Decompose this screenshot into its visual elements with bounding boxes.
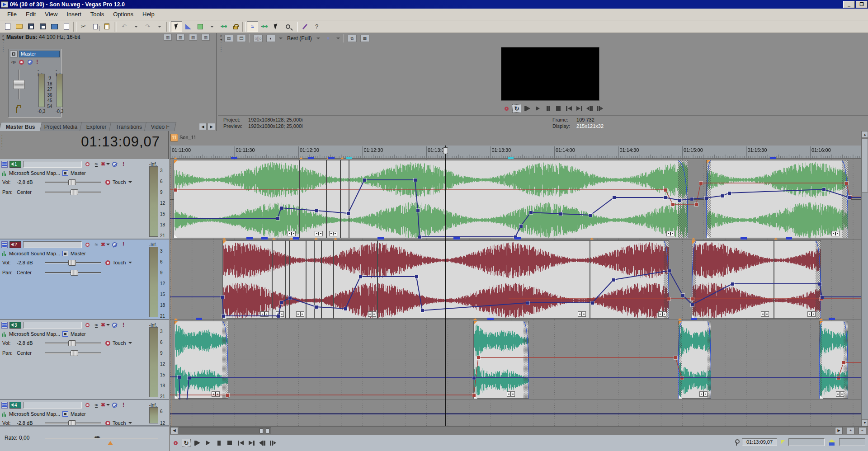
split-screen-view-icon[interactable]: ◐ xyxy=(266,35,275,42)
video-output-fx-icon[interactable]: o[]o xyxy=(254,35,263,42)
save-project-button[interactable] xyxy=(25,21,37,32)
menu-help[interactable]: Help xyxy=(138,9,159,19)
transport-previous-frame[interactable] xyxy=(585,104,594,113)
pan-slider-thumb[interactable] xyxy=(71,270,78,276)
pan-value[interactable]: Center xyxy=(17,270,45,275)
auto-ripple-button[interactable]: ≈ xyxy=(247,21,258,32)
track-fx-button[interactable]: ✖ xyxy=(102,161,109,167)
scroll-left-button[interactable]: ◀ xyxy=(170,427,178,434)
bus-assignment[interactable]: Master xyxy=(71,170,86,176)
save-snapshot-icon[interactable]: ▦ xyxy=(360,35,369,42)
pan-slider[interactable] xyxy=(45,272,101,273)
transport-next-frame[interactable] xyxy=(595,104,604,113)
automation-dropdown-icon[interactable] xyxy=(128,422,132,424)
scroll-down-button[interactable]: ▼ xyxy=(862,419,868,426)
minimize-button[interactable]: _ xyxy=(843,1,855,8)
pan-value[interactable]: Center xyxy=(17,189,45,195)
track-name-input[interactable] xyxy=(23,241,82,248)
track-envelopes-button[interactable]: ≈ xyxy=(93,242,100,247)
transport-go-to-start[interactable] xyxy=(236,439,245,447)
pan-slider[interactable] xyxy=(45,192,101,193)
mute-button[interactable] xyxy=(111,242,118,247)
playhead-cursor[interactable] xyxy=(445,146,446,426)
pan-slider[interactable] xyxy=(45,352,101,354)
transport-pause[interactable] xyxy=(543,104,552,113)
track-fx-button[interactable]: ✖ xyxy=(102,322,109,328)
redo-button[interactable]: ↷ xyxy=(142,21,153,32)
import-media-button[interactable] xyxy=(49,21,60,32)
current-time-display[interactable]: 01:13:09,07 xyxy=(81,134,160,150)
minimize-track-icon[interactable] xyxy=(1,322,8,329)
undo-dropdown-button[interactable] xyxy=(130,21,142,32)
bus-assignment-icon[interactable] xyxy=(62,411,68,417)
video-properties-icon[interactable]: ▤ xyxy=(224,35,233,42)
tabs-scroll-left-button[interactable]: ◀ xyxy=(199,123,207,130)
transport-play[interactable] xyxy=(203,439,212,447)
solo-icon[interactable]: ! xyxy=(36,59,38,65)
dropdown-icon[interactable] xyxy=(279,38,283,39)
transport-stop[interactable] xyxy=(554,104,563,113)
automation-dropdown-icon[interactable] xyxy=(128,342,132,344)
automation-gear-icon[interactable] xyxy=(19,60,24,65)
automation-mode[interactable]: Touch xyxy=(113,179,127,185)
zoom-out-button[interactable]: − xyxy=(859,427,866,434)
device-selector[interactable]: Microsoft Sound Map... xyxy=(9,411,60,417)
tab-project-media[interactable]: Project Media xyxy=(38,122,85,131)
bus-assignment-icon[interactable] xyxy=(62,251,68,256)
mute-button[interactable] xyxy=(111,403,118,408)
transport-go-to-start[interactable] xyxy=(564,104,573,113)
timeline-marker[interactable]: 11 xyxy=(170,134,178,141)
tab-explorer[interactable]: Explorer xyxy=(80,122,113,131)
rate-slider-thumb[interactable]: ◂◂▸▸ xyxy=(94,434,99,439)
project-properties-button[interactable] xyxy=(37,21,48,32)
track-view[interactable]: 11 Son_11 01:11:0001:11:3001:12:0001:12:… xyxy=(170,131,868,426)
minimize-track-icon[interactable] xyxy=(1,161,8,168)
vertical-scrollbar[interactable]: ▲ ▼ xyxy=(861,131,868,426)
selection-edit-tool-button[interactable] xyxy=(194,21,206,32)
status-timecode[interactable]: 01:13:09,07 xyxy=(742,438,777,446)
mute-button[interactable] xyxy=(111,162,118,167)
bus-assignment-icon[interactable] xyxy=(62,170,68,176)
volume-slider-thumb[interactable] xyxy=(68,420,76,426)
menu-view[interactable]: View xyxy=(40,9,62,19)
tab-transitions[interactable]: Transitions xyxy=(109,122,149,131)
solo-button[interactable]: ! xyxy=(120,322,127,328)
normal-edit-tool-button[interactable] xyxy=(171,21,182,32)
track-name-input[interactable] xyxy=(23,161,82,168)
column-grip[interactable]: ::::: xyxy=(1,135,3,150)
external-monitor-icon[interactable]: 🗖 xyxy=(237,35,246,42)
bus-properties-button[interactable] xyxy=(10,51,18,57)
split-trim-tool-button[interactable] xyxy=(259,21,270,32)
track-fx-button[interactable]: ✖ xyxy=(102,242,109,247)
transport-record[interactable] xyxy=(171,439,180,447)
track-header-3[interactable]: 3≈✖!-Inf.Microsoft Sound Map...MasterVol… xyxy=(0,320,169,400)
transport-play-from-start[interactable] xyxy=(523,104,532,113)
bus-assignment-icon[interactable] xyxy=(62,331,68,337)
tab-video-f[interactable]: Video F xyxy=(144,122,176,131)
menu-edit[interactable]: Edit xyxy=(21,9,40,19)
tool-dropdown-button[interactable] xyxy=(206,21,217,32)
volume-slider[interactable] xyxy=(45,423,101,424)
pan-slider-thumb[interactable] xyxy=(71,189,78,195)
menu-tools[interactable]: Tools xyxy=(86,9,108,19)
transport-next-frame[interactable] xyxy=(269,439,278,447)
volume-slider[interactable] xyxy=(45,262,101,263)
edit-details-button[interactable] xyxy=(61,21,72,32)
undo-button[interactable]: ↶ xyxy=(118,21,130,32)
grid-dropdown-icon[interactable] xyxy=(336,38,340,39)
meter-options-icon[interactable]: ▥ xyxy=(202,34,210,41)
device-selector[interactable]: Microsoft Sound Map... xyxy=(9,170,60,176)
automation-dropdown-icon[interactable] xyxy=(128,262,132,263)
minimize-track-icon[interactable] xyxy=(1,241,8,248)
mute-button[interactable] xyxy=(111,323,118,328)
horizontal-scrollbar[interactable]: ◀ ▶ + − xyxy=(170,426,868,435)
transport-previous-frame[interactable] xyxy=(258,439,267,447)
volume-value[interactable]: -2,8 dB xyxy=(17,179,45,185)
transport-go-to-end[interactable] xyxy=(575,104,584,113)
transport-record[interactable] xyxy=(502,104,511,113)
volume-slider-thumb[interactable] xyxy=(68,179,76,185)
transport-go-to-end[interactable] xyxy=(247,439,256,447)
solo-button[interactable]: ! xyxy=(120,161,127,167)
panel-grip[interactable]: ×◂::: xyxy=(219,34,223,61)
track-name-input[interactable] xyxy=(23,322,82,329)
